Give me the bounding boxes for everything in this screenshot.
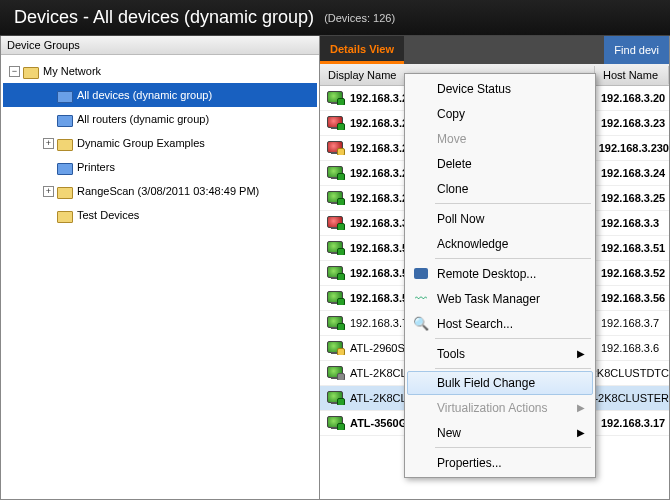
menu-item-label: Poll Now (437, 212, 484, 226)
menu-item[interactable]: Tools▶ (407, 341, 593, 366)
tree-item[interactable]: +RangeScan (3/08/2011 03:48:49 PM) (3, 179, 317, 203)
collapse-icon[interactable]: − (9, 66, 20, 77)
tree-item-label: All routers (dynamic group) (77, 113, 209, 125)
status-badge (337, 198, 345, 205)
tree-item[interactable]: All routers (dynamic group) (3, 107, 317, 131)
menu-item[interactable]: 〰Web Task Manager (407, 286, 593, 311)
device-display-name: 192.168.3.3 (350, 217, 408, 229)
tree-item[interactable]: Test Devices (3, 203, 317, 227)
menu-item: Virtualization Actions▶ (407, 395, 593, 420)
menu-item-label: Properties... (437, 456, 502, 470)
tree-spacer (43, 90, 54, 101)
tree-body: − My Network All devices (dynamic group)… (1, 55, 319, 231)
tree-item[interactable]: All devices (dynamic group) (3, 83, 317, 107)
menu-item-label: Clone (437, 182, 468, 196)
device-status-icon (326, 241, 344, 255)
device-host-name: 192.168.3.56 (601, 292, 665, 304)
folder-icon (57, 89, 73, 102)
menu-item[interactable]: Copy (407, 101, 593, 126)
menu-item[interactable]: Clone (407, 176, 593, 201)
device-status-icon (326, 141, 344, 155)
status-badge (337, 273, 345, 280)
menu-item[interactable]: Delete (407, 151, 593, 176)
tree-item[interactable]: +Dynamic Group Examples (3, 131, 317, 155)
search-icon: 🔍 (413, 316, 429, 332)
menu-item[interactable]: Acknowledge (407, 231, 593, 256)
device-status-icon (326, 166, 344, 180)
status-badge (337, 123, 345, 130)
folder-icon (57, 137, 73, 150)
device-host-name: 192.168.3.23 (601, 117, 665, 129)
tree-item-label: Dynamic Group Examples (77, 137, 205, 149)
menu-item-label: Copy (437, 107, 465, 121)
menu-item[interactable]: Properties... (407, 450, 593, 475)
tree-panel: Device Groups − My Network All devices (… (0, 36, 320, 500)
status-badge (337, 373, 345, 380)
device-host-name: 192.168.3.3 (601, 217, 659, 229)
expand-icon[interactable]: + (43, 186, 54, 197)
device-host-name: 192.168.3.51 (601, 242, 665, 254)
menu-item-label: Web Task Manager (437, 292, 540, 306)
status-badge (337, 323, 345, 330)
folder-icon (57, 113, 73, 126)
tree-item-label: Printers (77, 161, 115, 173)
menu-item-label: Tools (437, 347, 465, 361)
menu-item-label: Remote Desktop... (437, 267, 536, 281)
device-status-icon (326, 116, 344, 130)
device-display-name: 192.168.3.7 (350, 317, 408, 329)
menu-item-label: Bulk Field Change (437, 376, 535, 390)
menu-separator (435, 258, 591, 259)
tree-item[interactable]: Printers (3, 155, 317, 179)
device-host-name: 192.168.3.52 (601, 267, 665, 279)
submenu-arrow-icon: ▶ (577, 348, 585, 359)
menu-item-label: Virtualization Actions (437, 401, 548, 415)
tree-root[interactable]: − My Network (3, 59, 317, 83)
device-status-icon (326, 291, 344, 305)
folder-icon (57, 161, 73, 174)
menu-item[interactable]: Bulk Field Change (407, 371, 593, 395)
menu-separator (435, 338, 591, 339)
folder-icon (23, 65, 39, 78)
device-host-name: 192.168.3.24 (601, 167, 665, 179)
device-status-icon (326, 266, 344, 280)
tree-item-label: RangeScan (3/08/2011 03:48:49 PM) (77, 185, 259, 197)
status-badge (337, 223, 345, 230)
tab-bar: Details View Find devi (320, 36, 669, 64)
tab-details[interactable]: Details View (320, 36, 404, 64)
col-host-name[interactable]: Host Name (595, 66, 669, 84)
device-status-icon (326, 366, 344, 380)
status-badge (337, 423, 345, 430)
device-status-icon (326, 341, 344, 355)
tree-header: Device Groups (1, 36, 319, 55)
page-title: Devices - All devices (dynamic group) (14, 7, 314, 28)
menu-separator (435, 447, 591, 448)
device-host-name: 192.168.3.25 (601, 192, 665, 204)
menu-item: Move (407, 126, 593, 151)
menu-item[interactable]: 🔍Host Search... (407, 311, 593, 336)
task-manager-icon: 〰 (413, 291, 429, 307)
device-status-icon (326, 91, 344, 105)
menu-item[interactable]: Remote Desktop... (407, 261, 593, 286)
menu-item-label: Acknowledge (437, 237, 508, 251)
menu-item[interactable]: Device Status (407, 76, 593, 101)
menu-item-label: Delete (437, 157, 472, 171)
tree-item-label: All devices (dynamic group) (77, 89, 212, 101)
device-status-icon (326, 216, 344, 230)
status-badge (337, 98, 345, 105)
status-badge (337, 298, 345, 305)
context-menu: Device StatusCopyMoveDeleteClonePoll Now… (404, 73, 596, 478)
menu-separator (435, 203, 591, 204)
device-status-icon (326, 416, 344, 430)
submenu-arrow-icon: ▶ (577, 427, 585, 438)
remote-desktop-icon (413, 266, 429, 282)
tree-spacer (43, 210, 54, 221)
tree-spacer (43, 114, 54, 125)
expand-icon[interactable]: + (43, 138, 54, 149)
device-host-name: 192.168.3.7 (601, 317, 659, 329)
menu-item-label: New (437, 426, 461, 440)
device-count: (Devices: 126) (324, 12, 395, 24)
menu-item[interactable]: New▶ (407, 420, 593, 445)
status-badge (337, 348, 345, 355)
menu-item[interactable]: Poll Now (407, 206, 593, 231)
find-device[interactable]: Find devi (604, 36, 669, 64)
